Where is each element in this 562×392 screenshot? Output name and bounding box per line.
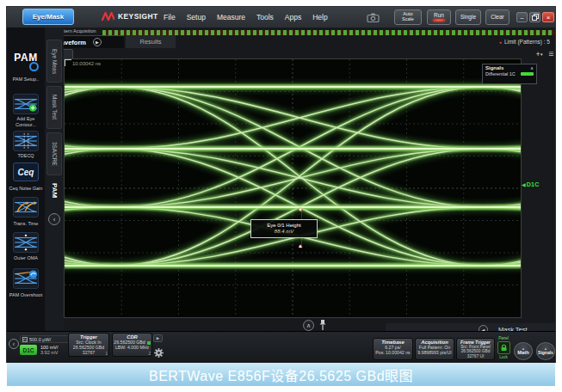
pin-icon <box>319 319 326 331</box>
vtab-3sa-cre[interactable]: 3SA/CRE <box>46 132 62 175</box>
outer-oma-label[interactable]: Outer OMA <box>7 255 45 260</box>
clear-button[interactable]: Clear <box>485 9 510 25</box>
menu-measure[interactable]: Measure <box>217 13 245 21</box>
collapse-up-icon: ∧ <box>306 322 311 329</box>
pam-overshoot-button[interactable] <box>13 268 39 289</box>
add-eye-label-2[interactable]: Contour... <box>7 122 45 127</box>
app-window: Eye/Mask KEYSIGHT File Setup Measure Too… <box>7 7 555 362</box>
measurement-marker-top[interactable]: ▼ <box>298 207 303 212</box>
screenshot-stage: Eye/Mask KEYSIGHT File Setup Measure Too… <box>0 0 562 392</box>
measurement-marker-bottom[interactable]: ▲ <box>298 243 303 248</box>
pam-setup-label[interactable]: PAM Setup.. <box>7 77 45 82</box>
mode-button-eye-mask[interactable]: Eye/Mask <box>22 9 74 25</box>
legend-entry-differential-1c[interactable]: Differential 1C <box>483 70 536 77</box>
auto-scale-button[interactable]: Auto Scale <box>394 9 422 25</box>
channel-scale-readout: 100 mV/ 3.92 mV <box>40 345 58 355</box>
legend-title: Signals <box>485 65 503 70</box>
power-value: 500.0 μW/ <box>29 337 51 342</box>
keysight-spark-icon <box>102 12 114 21</box>
trans-time-button[interactable] <box>13 197 39 217</box>
limit-status: ● Limit (Patterns) : 5 <box>499 35 550 48</box>
settings-gear-button[interactable] <box>153 346 164 358</box>
tdecq-label[interactable]: TDECQ <box>7 153 45 158</box>
status-collapse-button[interactable]: ‹ <box>9 339 19 349</box>
plot-menu-button[interactable]: ☰ <box>547 48 555 59</box>
acquisition-panel[interactable]: Acquisition Full Pattern: On 9.9898993 p… <box>415 338 454 360</box>
screenshot-camera-button[interactable] <box>365 12 380 23</box>
limit-text: Limit (Patterns) : 5 <box>504 39 550 45</box>
play-button[interactable]: ▶ <box>93 38 102 46</box>
pam-overshoot-label[interactable]: PAM Overshoot <box>7 292 45 297</box>
timebase-panel[interactable]: Timebase 6.27 ps/ Pos: 10.00042 ns <box>373 338 413 360</box>
title-bar: Eye/Mask KEYSIGHT File Setup Measure Too… <box>7 7 555 28</box>
caption-text: BERTWave E856F设备26.5625 GBd眼图 <box>149 364 413 385</box>
add-eye-contour-button[interactable] <box>13 94 39 114</box>
tdecq-button[interactable] <box>13 131 39 151</box>
caption-banner: BERTWave E856F设备26.5625 GBd眼图 <box>7 363 555 386</box>
measurement-tooltip: Eye 0/1 Height 88.4 mV <box>250 219 318 238</box>
active-palette-label: PAM <box>46 175 62 206</box>
trigger-panel[interactable]: Trigger Src: Clock In 26.562500 GBd 3276… <box>68 333 109 357</box>
menu-icon: ☰ <box>548 51 553 58</box>
cdr-panel[interactable]: CDR 26.562500 GBd LBW: 4.000 MHz 2 <box>112 333 152 357</box>
channel-level-marker[interactable]: ◀ D1C <box>522 181 540 187</box>
ceq-noise-gain-label[interactable]: Ceq Noise Gain <box>7 186 45 191</box>
menu-apps[interactable]: Apps <box>285 13 301 21</box>
add-measurement-button[interactable]: +▾ <box>532 48 547 59</box>
minimize-button[interactable]: – <box>516 12 528 22</box>
restore-button[interactable] <box>529 12 540 22</box>
tdecq-icon <box>14 132 38 150</box>
left-triangle-icon: ◀ <box>522 181 526 187</box>
ceq-noise-gain-button[interactable]: Ceq <box>13 162 39 181</box>
menu-setup[interactable]: Setup <box>187 13 206 21</box>
channel-badge[interactable]: D1C <box>20 345 37 355</box>
cdr-play-button[interactable]: ▶ <box>153 334 163 342</box>
brand-text: KEYSIGHT <box>118 12 158 21</box>
outer-oma-icon <box>14 234 38 251</box>
channel-offset: 3.92 mV <box>40 350 58 355</box>
vtab-mask-test[interactable]: Mask Test <box>46 86 62 129</box>
vertical-tab-strip: Eye Meas Mask Test 3SA/CRE PAM ‹ <box>46 28 64 362</box>
add-eye-contour-icon <box>14 95 38 113</box>
tab-results[interactable]: Results <box>126 35 176 48</box>
close-button[interactable]: × <box>542 12 554 22</box>
tooltip-title: Eye 0/1 Height <box>251 223 317 228</box>
panel-lock-button[interactable]: Panel Lock <box>496 336 511 360</box>
trans-time-label[interactable]: Trans. Time <box>7 221 45 226</box>
sidebar-collapse-button[interactable]: ‹ <box>48 213 60 225</box>
restore-icon <box>532 14 539 21</box>
expand-up-button[interactable]: ∧ <box>303 320 314 331</box>
add-eye-label-1[interactable]: Add Eye <box>7 116 45 121</box>
gear-icon <box>153 347 164 358</box>
measurement-sidebar: PAM PAM Setup.. Add Eye Contour... TDECQ… <box>7 28 45 362</box>
panel-lock-top-label: Panel <box>496 336 511 340</box>
plot-corner-bracket <box>65 59 71 66</box>
limit-dot-icon: ● <box>499 40 502 45</box>
outer-oma-button[interactable] <box>13 232 39 253</box>
eye-diagram-plot[interactable]: 10.00042 ns ▼ ▲ Eye 0/1 Height 88.4 mV <box>64 58 522 318</box>
signals-button[interactable]: ▲ Signals <box>536 342 555 360</box>
collapse-left-icon: ‹ <box>53 216 56 224</box>
legend-collapse-icon[interactable]: ∧ <box>530 65 534 70</box>
menu-file[interactable]: File <box>164 13 176 21</box>
single-button[interactable]: Single <box>455 9 481 25</box>
camera-icon <box>367 13 380 22</box>
math-button[interactable]: ▲ Math <box>514 342 533 360</box>
caret-down-icon: ▾ <box>540 52 543 57</box>
signals-legend[interactable]: Signals ∧ Differential 1C <box>482 64 537 84</box>
run-button[interactable]: Run <box>427 9 451 25</box>
run-active-indicator <box>433 19 445 21</box>
frame-trigger-panel[interactable]: Frame Trigger Src: Front Panel 26.562500… <box>456 338 495 360</box>
pam-logo[interactable]: PAM <box>7 52 45 64</box>
menu-tools[interactable]: Tools <box>256 13 274 21</box>
tab-bar: Waveform ▶ Results ● Limit (Patterns) : … <box>48 35 555 48</box>
power-readout[interactable]: 500.0 μW/ <box>20 335 73 343</box>
panel-lock-bottom-label: Lock <box>496 355 511 359</box>
ceq-icon: Ceq <box>18 168 34 177</box>
close-icon: × <box>547 14 551 21</box>
vtab-eye-meas[interactable]: Eye Meas <box>46 40 62 83</box>
menu-help[interactable]: Help <box>312 13 327 21</box>
legend-series-swatch <box>521 72 534 76</box>
minimize-icon: – <box>521 15 524 21</box>
play-icon: ▶ <box>96 40 99 45</box>
